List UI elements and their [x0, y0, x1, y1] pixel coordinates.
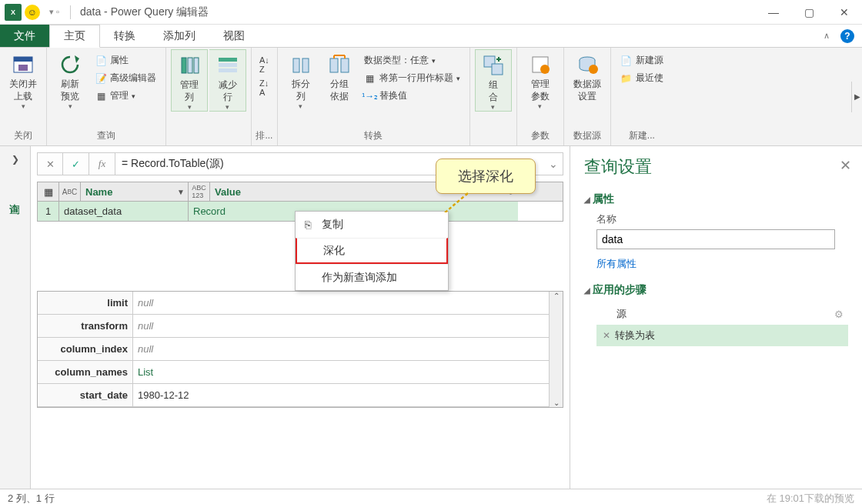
- close-panel-icon[interactable]: ✕: [840, 157, 851, 174]
- qat-dropdown-icon[interactable]: ▾ ▫: [49, 7, 59, 17]
- step-source[interactable]: 源⚙: [596, 303, 848, 325]
- svg-rect-4: [188, 58, 192, 73]
- app-icon: X: [5, 4, 22, 21]
- tab-transform[interactable]: 转换: [100, 25, 149, 47]
- help-icon[interactable]: ?: [840, 29, 854, 43]
- smiley-icon: ☺: [25, 5, 40, 20]
- expand-nav-icon[interactable]: ❯: [12, 154, 19, 165]
- rec-key: limit: [38, 292, 133, 314]
- advanced-editor-button[interactable]: 📝高级编辑器: [92, 70, 159, 86]
- col-type-icon-2[interactable]: ABC123: [189, 182, 210, 201]
- step-to-table[interactable]: ✕转换为表: [596, 325, 848, 346]
- commit-formula-icon[interactable]: ✓: [63, 152, 89, 175]
- rec-key: column_names: [38, 361, 133, 383]
- rec-key: column_index: [38, 338, 133, 360]
- sort-asc-button[interactable]: A↓Z: [256, 54, 272, 75]
- manage-button[interactable]: ▦管理 ▾: [92, 88, 159, 104]
- ctx-add-as-query[interactable]: 作为新查询添加: [296, 264, 448, 290]
- tab-addcolumn[interactable]: 添加列: [149, 25, 209, 47]
- rec-val: null: [133, 292, 563, 314]
- rec-val: null: [133, 315, 563, 337]
- tab-file[interactable]: 文件: [0, 25, 49, 47]
- status-preview-time: 在 19:01下载的预览: [767, 492, 854, 505]
- data-type-button[interactable]: 数据类型：任意 ▾: [361, 52, 463, 68]
- select-all-icon[interactable]: ▦: [38, 182, 59, 201]
- tab-home[interactable]: 主页: [49, 25, 100, 48]
- manage-params-button[interactable]: 管理 参数 ▾: [522, 49, 559, 110]
- rec-key: transform: [38, 315, 133, 337]
- svg-rect-9: [293, 58, 299, 72]
- record-preview: limitnull transformnull column_indexnull…: [37, 291, 563, 408]
- recent-source-button[interactable]: 📁最近使: [617, 70, 667, 86]
- rec-val: 1980-12-12: [133, 384, 563, 406]
- group-label-datasource: 数据源: [569, 128, 606, 145]
- group-by-button[interactable]: 分组 依据: [321, 49, 358, 102]
- cell-name[interactable]: dataset_data: [59, 202, 189, 221]
- query-settings-panel: ✕ 查询设置 属性 名称 所有属性 应用的步骤 源⚙ ✕转换为表: [570, 146, 862, 489]
- ctx-copy[interactable]: ⎘复制: [296, 212, 448, 238]
- cancel-formula-icon[interactable]: ✕: [37, 152, 63, 175]
- window-title: data - Power Query 编辑器: [80, 5, 209, 19]
- gear-icon[interactable]: ⚙: [834, 309, 844, 320]
- fx-icon[interactable]: fx: [89, 152, 115, 175]
- group-label-newquery: 新建...: [616, 128, 668, 145]
- all-properties-link[interactable]: 所有属性: [596, 257, 636, 271]
- delete-step-icon[interactable]: ✕: [603, 330, 610, 341]
- status-bar: 2 列、1 行 在 19:01下载的预览: [0, 489, 862, 504]
- column-header-name[interactable]: Name▼: [81, 182, 189, 201]
- ctx-drill-down[interactable]: 深化: [296, 238, 448, 264]
- name-label: 名称: [596, 212, 848, 226]
- tab-view[interactable]: 视图: [209, 25, 259, 47]
- col-type-icon[interactable]: ABC: [59, 182, 81, 201]
- maximize-button[interactable]: ▢: [791, 0, 827, 25]
- svg-rect-7: [219, 63, 237, 67]
- properties-button[interactable]: 📄属性: [92, 52, 159, 68]
- reduce-rows-button[interactable]: 减少 行 ▾: [209, 49, 246, 112]
- ribbon-tabs: 文件 主页 转换 添加列 视图 ∧ ?: [0, 25, 862, 48]
- ribbon-scroll-right[interactable]: ▶: [851, 82, 862, 112]
- close-button[interactable]: ✕: [827, 0, 862, 25]
- svg-rect-12: [341, 58, 349, 72]
- replace-values-button[interactable]: ¹→₂替换值: [361, 88, 463, 104]
- formula-dropdown-icon[interactable]: ⌄: [549, 158, 558, 170]
- rec-val: null: [133, 338, 563, 360]
- title-bar: X ☺ ▾ ▫ data - Power Query 编辑器 — ▢ ✕: [0, 0, 862, 25]
- svg-point-18: [589, 65, 598, 74]
- annotation-callout: 选择深化: [436, 159, 536, 194]
- group-label-sort: 排...: [255, 128, 274, 145]
- section-properties[interactable]: 属性: [584, 192, 848, 206]
- svg-point-16: [540, 65, 550, 74]
- ribbon: 关闭并 上载 ▾ 关闭 刷新 预览 ▾ 📄属性 📝高级编辑器 ▦管理 ▾ 查询: [0, 48, 862, 146]
- row-index: 1: [38, 202, 59, 221]
- close-load-button[interactable]: 关闭并 上载 ▾: [5, 49, 42, 110]
- svg-rect-8: [219, 68, 237, 72]
- group-label-close: 关闭: [5, 128, 42, 145]
- minimize-button[interactable]: —: [756, 0, 791, 25]
- svg-rect-6: [219, 58, 237, 62]
- rec-key: start_date: [38, 384, 133, 406]
- refresh-preview-button[interactable]: 刷新 预览 ▾: [52, 49, 89, 110]
- query-name-input[interactable]: [596, 229, 835, 249]
- first-row-header-button[interactable]: ▦将第一行用作标题 ▾: [361, 70, 463, 86]
- data-source-settings-button[interactable]: 数据源 设置: [569, 49, 606, 102]
- svg-rect-10: [302, 58, 309, 72]
- section-steps[interactable]: 应用的步骤: [584, 283, 848, 297]
- collapse-ribbon-icon[interactable]: ∧: [824, 31, 830, 41]
- split-column-button[interactable]: 拆分 列 ▾: [282, 49, 319, 110]
- settings-title: 查询设置: [584, 155, 848, 179]
- filter-dropdown-icon[interactable]: ▼: [177, 188, 185, 196]
- svg-rect-11: [330, 58, 338, 72]
- rec-val[interactable]: List: [133, 361, 563, 383]
- manage-columns-button[interactable]: 管理 列 ▾: [171, 49, 208, 112]
- group-label-transform: 转换: [282, 128, 465, 145]
- combine-button[interactable]: 组 合 ▾: [475, 49, 512, 112]
- queries-nav-panel: ❯ 查询: [0, 146, 31, 489]
- new-source-button[interactable]: 📄新建源: [617, 52, 667, 68]
- sort-desc-button[interactable]: Z↓A: [256, 77, 272, 98]
- preview-scrollbar[interactable]: ⌃⌄: [549, 292, 563, 407]
- group-label-params: 参数: [522, 128, 559, 145]
- context-menu: ⎘复制 深化 作为新查询添加: [295, 211, 449, 291]
- status-rowcount: 2 列、1 行: [8, 492, 55, 505]
- svg-rect-14: [492, 64, 503, 75]
- svg-rect-2: [18, 65, 28, 71]
